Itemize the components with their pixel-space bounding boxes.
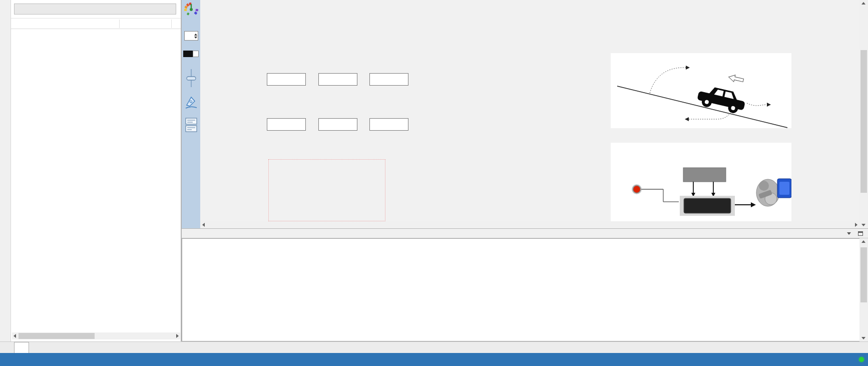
- friction-coef-input[interactable]: [267, 118, 306, 131]
- column-divider: [171, 20, 172, 28]
- scrollbar-thumb[interactable]: [19, 333, 95, 339]
- output-panel-header: [182, 228, 868, 238]
- connection-status-icon: [859, 357, 864, 362]
- dashboard-canvas[interactable]: [200, 0, 859, 221]
- left-dock-strip: [0, 0, 11, 341]
- scrollbar-thumb[interactable]: [860, 50, 867, 193]
- scroll-right-icon[interactable]: [176, 334, 179, 338]
- speed-gauge[interactable]: [269, 160, 384, 221]
- output-body: [182, 238, 868, 341]
- car-slope-image[interactable]: [611, 53, 791, 128]
- column-divider: [119, 20, 120, 28]
- project-tree-panel: [11, 0, 181, 341]
- app-window: [0, 0, 868, 366]
- toggle-on-label: [183, 51, 193, 57]
- canvas-horizontal-scrollbar[interactable]: [200, 221, 859, 228]
- toggle-off-half: [193, 51, 199, 57]
- log-list: [182, 238, 859, 341]
- main-region: [0, 0, 868, 341]
- tree-horizontal-scrollbar[interactable]: [12, 332, 180, 339]
- tree-column-header: [11, 18, 181, 29]
- scroll-down-icon[interactable]: [861, 224, 865, 226]
- output-panel-tab[interactable]: [14, 342, 29, 353]
- output-panel: [182, 228, 868, 341]
- designer-top: [182, 0, 868, 228]
- canvas-wrap: [200, 0, 859, 228]
- vehicle-mass-input[interactable]: [318, 118, 357, 131]
- vs-line-chart[interactable]: [393, 135, 598, 221]
- ign-led: [633, 186, 641, 193]
- scroll-left-icon[interactable]: [14, 334, 16, 338]
- drive-force-time-input[interactable]: [267, 73, 306, 86]
- scrollbar-thumb[interactable]: [860, 247, 867, 302]
- bottom-tab-row: [0, 341, 868, 353]
- spinbox-widget[interactable]: [184, 31, 198, 41]
- scroll-right-icon[interactable]: [855, 223, 857, 227]
- output-vertical-scrollbar[interactable]: [859, 238, 868, 341]
- gauge-widget-icon[interactable]: [184, 2, 199, 17]
- pen-widget-icon[interactable]: [185, 95, 198, 110]
- circuit-diagram-image[interactable]: [611, 143, 791, 221]
- output-collapse-icon[interactable]: [858, 231, 863, 236]
- canvas-vertical-scrollbar[interactable]: [859, 0, 868, 228]
- scroll-down-icon[interactable]: [861, 337, 865, 339]
- right-region: [181, 0, 868, 341]
- toggle-widget[interactable]: [183, 51, 199, 57]
- spinbox-arrows-icon[interactable]: [194, 34, 198, 39]
- widget-palette: [182, 0, 200, 228]
- caliper-photo: [756, 179, 791, 206]
- list-widget-icon[interactable]: [185, 117, 198, 133]
- slider-widget-icon[interactable]: [186, 68, 197, 88]
- output-dropdown-icon[interactable]: [847, 232, 851, 235]
- scroll-up-icon[interactable]: [861, 2, 865, 5]
- drive-force-input[interactable]: [318, 73, 357, 86]
- scroll-up-icon[interactable]: [861, 240, 865, 243]
- car-silhouette: [696, 84, 747, 115]
- force-arrow-icon: [728, 74, 744, 84]
- y-line-chart[interactable]: [393, 45, 598, 130]
- tree-filter-input[interactable]: [14, 4, 176, 15]
- status-bar: [0, 353, 868, 366]
- scroll-left-icon[interactable]: [202, 223, 205, 227]
